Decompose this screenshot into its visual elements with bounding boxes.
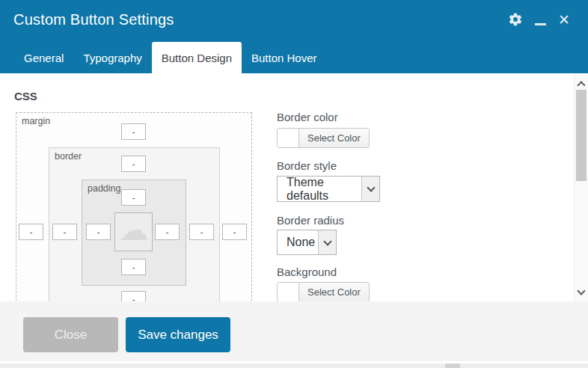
border-color-button-label: Select Color — [299, 129, 369, 147]
save-changes-button[interactable]: Save changes — [126, 317, 230, 352]
scroll-down-icon[interactable] — [575, 286, 588, 298]
border-color-picker-button[interactable]: Select Color — [277, 128, 370, 148]
border-label: border — [55, 151, 82, 162]
scroll-up-icon[interactable] — [575, 78, 588, 90]
tab-button-hover[interactable]: Button Hover — [242, 42, 327, 73]
cloud-icon: ☁ — [119, 215, 149, 245]
dialog-title: Custom Button Settings — [13, 11, 174, 28]
chevron-down-icon — [361, 177, 379, 201]
tab-button-design[interactable]: Button Design — [152, 42, 242, 73]
custom-button-settings-dialog: Custom Button Settings ✕ General Typogra… — [0, 0, 588, 368]
dialog-bottom-edge — [0, 361, 588, 368]
scrollbar-thumb[interactable] — [576, 90, 587, 181]
padding-top-field[interactable] — [121, 189, 146, 206]
chevron-down-icon — [318, 230, 336, 254]
content-box: ☁ — [114, 212, 153, 251]
border-radius-select[interactable]: None — [277, 230, 337, 255]
padding-right-field[interactable] — [155, 224, 180, 240]
background-scrollbar-fragment — [445, 364, 460, 368]
margin-left-field[interactable] — [19, 224, 43, 240]
padding-bottom-field[interactable] — [121, 259, 146, 275]
window-controls: ✕ — [508, 12, 570, 27]
minimize-icon[interactable] — [535, 23, 546, 25]
page-background-strip — [0, 364, 588, 368]
background-label: Background — [277, 266, 337, 278]
tab-bar: General Typography Button Design Button … — [0, 39, 588, 73]
border-top-field[interactable] — [121, 156, 146, 172]
close-icon[interactable]: ✕ — [558, 13, 570, 27]
dialog-header: Custom Button Settings ✕ General Typogra… — [0, 0, 588, 73]
css-section-heading: CSS — [14, 90, 37, 102]
border-bottom-field[interactable] — [121, 291, 146, 301]
border-style-value: Theme defaults — [278, 177, 361, 201]
tab-general[interactable]: General — [14, 42, 73, 73]
border-radius-label: Border radius — [277, 214, 344, 227]
titlebar: Custom Button Settings ✕ — [0, 0, 588, 39]
border-color-swatch — [278, 129, 299, 147]
background-button-label: Select Color — [299, 283, 369, 301]
vertical-scrollbar[interactable] — [574, 73, 588, 301]
border-style-label: Border style — [277, 159, 337, 172]
padding-label: padding — [88, 183, 121, 194]
padding-left-field[interactable] — [86, 224, 111, 240]
margin-label: margin — [22, 116, 50, 126]
border-right-field[interactable] — [189, 224, 214, 240]
margin-right-field[interactable] — [222, 224, 247, 240]
border-style-select[interactable]: Theme defaults — [277, 176, 380, 202]
background-color-picker-button[interactable]: Select Color — [277, 282, 370, 301]
border-left-field[interactable] — [52, 224, 77, 240]
tab-typography[interactable]: Typography — [73, 42, 151, 73]
close-button[interactable]: Close — [23, 317, 118, 352]
dialog-footer: Close Save changes — [0, 301, 588, 361]
background-color-swatch — [278, 283, 299, 301]
tab-panel-button-design: CSS margin border padding ☁ Border color… — [0, 73, 588, 301]
gear-icon[interactable] — [508, 12, 523, 27]
border-color-label: Border color — [277, 111, 338, 123]
border-radius-value: None — [278, 230, 318, 254]
margin-top-field[interactable] — [121, 123, 146, 140]
